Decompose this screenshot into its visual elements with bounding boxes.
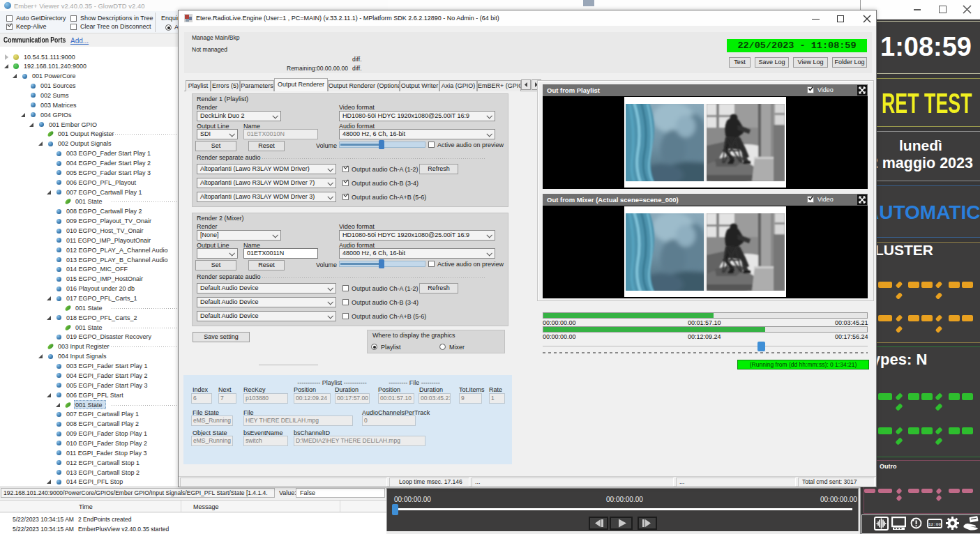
svg-text:12:00: 12:00 <box>928 522 941 527</box>
